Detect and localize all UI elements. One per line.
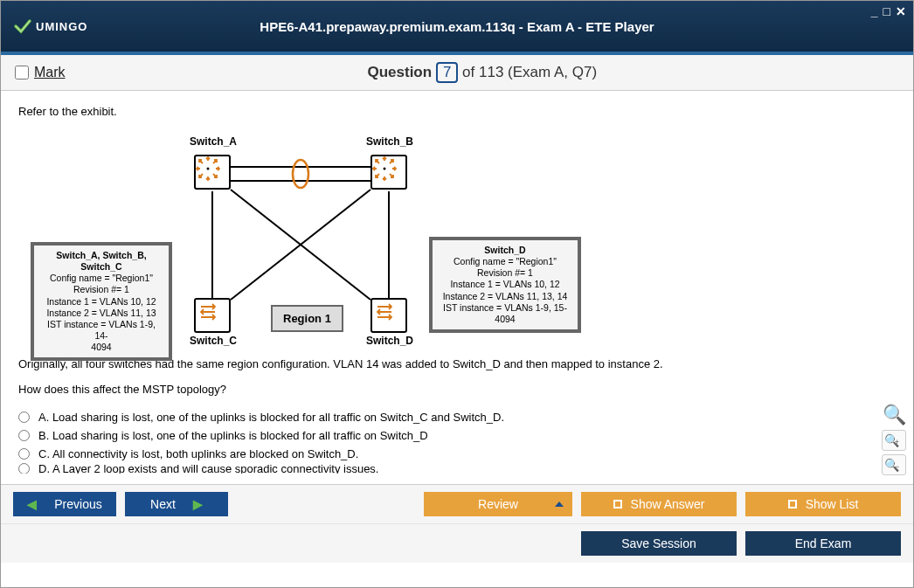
switch-b-icon (370, 155, 407, 190)
question-intro: Refer to the exhibit. (18, 105, 896, 118)
switch-b-label: Switch_B (366, 135, 413, 148)
footer-nav: ◀Previous Next▶ Review Show Answer Show … (1, 484, 913, 523)
zoom-in-icon[interactable]: 🔍+ (882, 430, 906, 451)
question-content: Refer to the exhibit. (1, 91, 913, 484)
option-a[interactable]: A. Load sharing is lost, one of the upli… (18, 408, 896, 426)
side-tools: 🔍 🔍+ 🔍− (882, 404, 906, 475)
search-icon[interactable]: 🔍 (883, 404, 906, 426)
question-number: 7 (436, 62, 458, 83)
mark-checkbox[interactable] (15, 66, 29, 80)
show-answer-button[interactable]: Show Answer (581, 492, 737, 516)
option-d[interactable]: D. A Layer 2 loop exists and will cause … (18, 463, 896, 474)
svg-point-2 (293, 160, 308, 188)
switch-a-label: Switch_A (190, 135, 237, 148)
region-label: Region 1 (271, 305, 343, 332)
maximize-icon[interactable]: □ (883, 4, 890, 18)
option-a-radio[interactable] (18, 412, 30, 423)
brand-text: UMINGO (36, 20, 87, 33)
window-title: HPE6-A41.prepaway.premium.exam.113q - Ex… (260, 19, 654, 34)
close-icon[interactable]: ✕ (896, 4, 906, 18)
answer-options: A. Load sharing is lost, one of the upli… (18, 408, 896, 474)
logo-icon (13, 17, 32, 36)
footer-session: Save Session End Exam (1, 523, 913, 563)
checkbox-icon (613, 500, 622, 508)
minimize-icon[interactable]: _ (871, 4, 878, 18)
exhibit-diagram: Switch_A Switch_B Switch_C Switch_D Regi… (18, 130, 682, 347)
window-controls: _ □ ✕ (871, 4, 906, 18)
info-box-left: Switch_A, Switch_B, Switch_C Config name… (31, 242, 172, 361)
switch-c-icon (194, 298, 231, 333)
checkbox-icon (788, 500, 797, 508)
option-b-radio[interactable] (18, 430, 30, 441)
info-box-right: Switch_D Config name = "Region1" Revisio… (429, 237, 581, 333)
titlebar: UMINGO HPE6-A41.prepaway.premium.exam.11… (1, 1, 913, 52)
question-body2: How does this affect the MSTP topology? (18, 383, 896, 396)
question-header: Mark Question 7 of 113 (Exam A, Q7) (1, 55, 913, 91)
mark-checkbox-wrap[interactable]: Mark (15, 65, 66, 80)
next-button[interactable]: Next▶ (125, 492, 228, 516)
switch-a-icon (194, 155, 231, 190)
brand-logo: UMINGO (13, 17, 87, 36)
option-c[interactable]: C. All connectivity is lost, both uplink… (18, 445, 896, 463)
question-indicator: Question 7 of 113 (Exam A, Q7) (66, 62, 899, 83)
option-b[interactable]: B. Load sharing is lost, one of the upli… (18, 426, 896, 445)
show-list-button[interactable]: Show List (745, 492, 901, 516)
switch-d-icon (370, 298, 407, 333)
option-d-radio[interactable] (18, 463, 30, 474)
save-session-button[interactable]: Save Session (581, 531, 737, 556)
mark-label: Mark (34, 65, 66, 80)
previous-button[interactable]: ◀Previous (13, 492, 116, 516)
review-button[interactable]: Review (424, 492, 572, 516)
zoom-out-icon[interactable]: 🔍− (882, 454, 906, 475)
switch-c-label: Switch_C (190, 335, 237, 347)
option-c-radio[interactable] (18, 448, 30, 460)
chevron-up-icon (555, 502, 564, 507)
end-exam-button[interactable]: End Exam (745, 531, 901, 556)
switch-d-label: Switch_D (366, 335, 413, 347)
